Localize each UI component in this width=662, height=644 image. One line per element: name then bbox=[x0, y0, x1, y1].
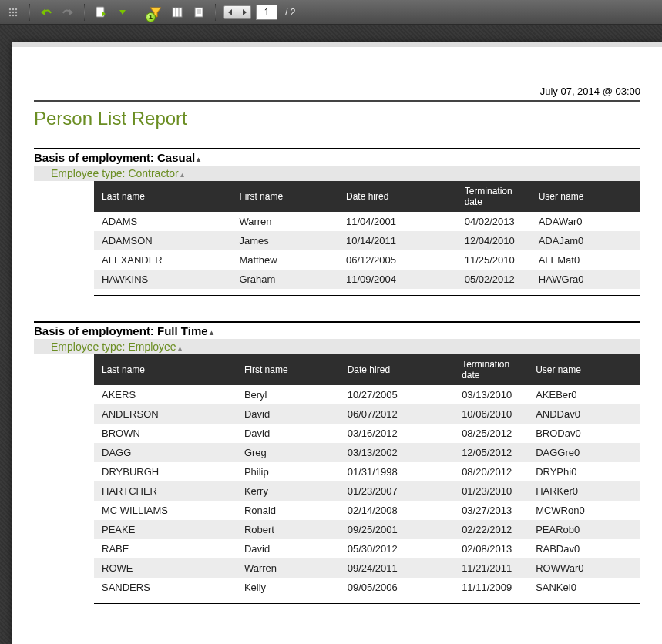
table-cell: 02/22/2012 bbox=[454, 520, 528, 539]
subgroup-header[interactable]: Employee type: Contractor▴ bbox=[34, 166, 640, 181]
table-row[interactable]: PEAKERobert09/25/200102/22/2012PEARob0 bbox=[94, 520, 640, 539]
table-cell: RABE bbox=[94, 539, 237, 558]
table-row[interactable]: HARTCHERKerry01/23/200701/23/2010HARKer0 bbox=[94, 481, 640, 501]
separator bbox=[29, 4, 30, 21]
subgroup-header[interactable]: Employee type: Employee▴ bbox=[34, 339, 640, 354]
separator bbox=[139, 4, 139, 21]
export-dropdown[interactable] bbox=[114, 4, 131, 21]
table-cell: 11/25/2010 bbox=[457, 250, 531, 270]
table-row[interactable]: AKERSBeryl10/27/200503/13/2010AKEBer0 bbox=[94, 385, 640, 404]
report-toolbar: 1 / 2 bbox=[0, 0, 662, 25]
table-cell: 11/11/2009 bbox=[454, 578, 528, 597]
table-cell: Robert bbox=[237, 520, 340, 539]
table-cell: ALEXANDER bbox=[94, 250, 231, 270]
column-header[interactable]: User name bbox=[531, 181, 640, 212]
table-cell: DAGG bbox=[94, 443, 237, 462]
table-cell: 12/04/2010 bbox=[457, 231, 531, 250]
column-header[interactable]: Date hired bbox=[340, 354, 454, 385]
collapse-caret-icon[interactable]: ▴ bbox=[180, 170, 184, 179]
report-body: Basis of employment: Casual▴Employee typ… bbox=[34, 148, 640, 606]
table-cell: ADAWar0 bbox=[531, 212, 640, 231]
column-header[interactable]: User name bbox=[528, 354, 640, 385]
filter-count-badge: 1 bbox=[146, 12, 156, 22]
column-header[interactable]: Termination date bbox=[454, 354, 528, 385]
table-cell: AKEBer0 bbox=[528, 385, 640, 404]
prev-page-button[interactable] bbox=[223, 5, 237, 19]
table-cell: ALEMat0 bbox=[531, 250, 640, 270]
table-row[interactable]: MC WILLIAMSRonald02/14/200803/27/2013MCW… bbox=[94, 501, 640, 520]
table-cell: 11/21/2011 bbox=[454, 558, 528, 578]
column-header[interactable]: First name bbox=[231, 181, 338, 212]
table-cell: 11/04/2001 bbox=[338, 212, 457, 231]
table-cell: 01/23/2007 bbox=[340, 481, 454, 501]
undo-button[interactable] bbox=[38, 4, 55, 21]
page-number-input[interactable] bbox=[256, 5, 277, 20]
next-page-button[interactable] bbox=[237, 5, 251, 19]
subgroup-header-label: Employee type: Contractor bbox=[51, 167, 179, 179]
table-cell: Matthew bbox=[231, 250, 338, 270]
table-cell: DRYPhi0 bbox=[528, 462, 640, 481]
table-cell: ANDERSON bbox=[94, 404, 237, 424]
table-cell: David bbox=[237, 539, 340, 558]
table-row[interactable]: ROWEWarren09/24/201111/21/2011ROWWar0 bbox=[94, 558, 640, 578]
group-footer-rule bbox=[94, 603, 640, 606]
svg-point-3 bbox=[9, 11, 11, 12]
table-row[interactable]: ALEXANDERMatthew06/12/200511/25/2010ALEM… bbox=[94, 250, 640, 270]
table-cell: Kelly bbox=[237, 578, 340, 597]
table-cell: 11/09/2004 bbox=[338, 270, 457, 289]
column-header[interactable]: First name bbox=[237, 354, 340, 385]
table-cell: HAWKINS bbox=[94, 270, 231, 289]
table-row[interactable]: ANDERSONDavid06/07/201210/06/2010ANDDav0 bbox=[94, 404, 640, 424]
filter-button[interactable]: 1 bbox=[147, 4, 164, 21]
table-cell: Ronald bbox=[237, 501, 340, 520]
report-timestamp: July 07, 2014 @ 03:00 bbox=[34, 86, 640, 102]
table-cell: BROWN bbox=[94, 424, 237, 443]
table-cell: MC WILLIAMS bbox=[94, 501, 237, 520]
table-row[interactable]: DRYBURGHPhilip01/31/199808/20/2012DRYPhi… bbox=[94, 462, 640, 481]
svg-point-5 bbox=[15, 11, 17, 12]
table-row[interactable]: HAWKINSGraham11/09/200405/02/2012HAWGra0 bbox=[94, 270, 640, 289]
group-header[interactable]: Basis of employment: Casual▴ bbox=[34, 148, 640, 164]
group-header-label: Basis of employment: Casual bbox=[34, 151, 195, 164]
table-cell: 10/14/2011 bbox=[338, 231, 457, 250]
table-cell: Graham bbox=[231, 270, 338, 289]
table-cell: DRYBURGH bbox=[94, 462, 237, 481]
table-cell: 06/07/2012 bbox=[340, 404, 454, 424]
separator bbox=[215, 4, 216, 21]
table-row[interactable]: ADAMSWarren11/04/200104/02/2013ADAWar0 bbox=[94, 212, 640, 231]
table-row[interactable]: DAGGGreg03/13/200212/05/2012DAGGre0 bbox=[94, 443, 640, 462]
table-cell: 08/20/2012 bbox=[454, 462, 528, 481]
table-row[interactable]: RABEDavid05/30/201202/08/2013RABDav0 bbox=[94, 539, 640, 558]
group-header[interactable]: Basis of employment: Full Time▴ bbox=[34, 321, 640, 337]
collapse-caret-icon[interactable]: ▴ bbox=[210, 328, 213, 337]
collapse-caret-icon[interactable]: ▴ bbox=[197, 155, 200, 163]
column-header[interactable]: Last name bbox=[94, 354, 237, 385]
column-header[interactable]: Last name bbox=[94, 181, 231, 212]
separator bbox=[84, 4, 85, 21]
group-footer-rule bbox=[94, 295, 640, 298]
collapse-caret-icon[interactable]: ▴ bbox=[178, 344, 182, 352]
report-title: Person List Report bbox=[34, 108, 640, 129]
svg-rect-10 bbox=[173, 8, 182, 17]
table-cell: 03/13/2010 bbox=[454, 385, 528, 404]
table-cell: 12/05/2012 bbox=[454, 443, 528, 462]
table-row[interactable]: ADAMSONJames10/14/201112/04/2010ADAJam0 bbox=[94, 231, 640, 250]
export-button[interactable] bbox=[92, 4, 109, 21]
table-cell: ROWE bbox=[94, 558, 237, 578]
group-header-label: Basis of employment: Full Time bbox=[34, 324, 208, 337]
table-cell: 09/25/2001 bbox=[340, 520, 454, 539]
columns-button[interactable] bbox=[169, 4, 186, 21]
table-cell: SANDERS bbox=[94, 578, 237, 597]
redo-button[interactable] bbox=[59, 4, 76, 21]
table-cell: Kerry bbox=[237, 481, 340, 501]
table-row[interactable]: SANDERSKelly09/05/200611/11/2009SANKel0 bbox=[94, 578, 640, 597]
table-cell: DAGGre0 bbox=[528, 443, 640, 462]
table-row[interactable]: BROWNDavid03/16/201208/25/2012BRODav0 bbox=[94, 424, 640, 443]
column-header[interactable]: Termination date bbox=[457, 181, 531, 212]
svg-point-1 bbox=[12, 8, 14, 9]
column-header[interactable]: Date hired bbox=[338, 181, 457, 212]
menu-handle-icon[interactable] bbox=[5, 4, 22, 21]
table-cell: David bbox=[237, 404, 340, 424]
page-setup-button[interactable] bbox=[190, 4, 207, 21]
table-cell: 09/05/2006 bbox=[340, 578, 454, 597]
